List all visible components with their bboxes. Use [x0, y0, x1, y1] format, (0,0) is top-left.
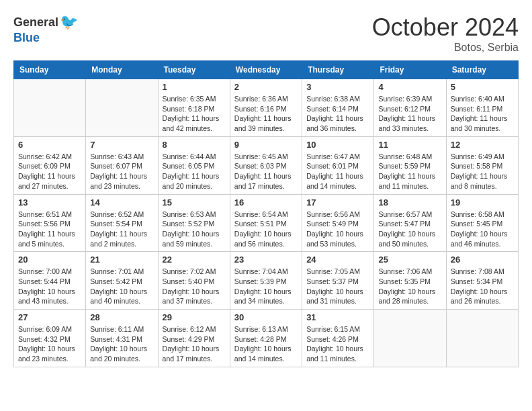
day-number: 21 — [90, 255, 153, 265]
week-row-1: 1Sunrise: 6:35 AM Sunset: 6:18 PM Daylig… — [14, 79, 519, 137]
day-number: 27 — [18, 312, 81, 322]
page-header: General 🐦 Blue October 2024 Botos, Serbi… — [13, 13, 519, 54]
day-info: Sunrise: 6:47 AM Sunset: 6:01 PM Dayligh… — [306, 152, 369, 191]
calendar-cell: 29Sunrise: 6:12 AM Sunset: 4:29 PM Dayli… — [158, 310, 230, 367]
day-info: Sunrise: 6:13 AM Sunset: 4:28 PM Dayligh… — [234, 324, 298, 364]
weekday-header-friday: Friday — [374, 61, 446, 79]
week-row-5: 27Sunrise: 6:09 AM Sunset: 4:32 PM Dayli… — [14, 310, 519, 367]
day-number: 5 — [451, 82, 514, 92]
calendar-cell — [14, 79, 86, 137]
day-info: Sunrise: 6:56 AM Sunset: 5:49 PM Dayligh… — [306, 210, 369, 249]
title-block: October 2024 Botos, Serbia — [372, 13, 519, 54]
calendar-cell: 28Sunrise: 6:11 AM Sunset: 4:31 PM Dayli… — [86, 310, 158, 367]
day-number: 15 — [163, 197, 226, 208]
day-number: 31 — [306, 312, 369, 322]
calendar-cell: 30Sunrise: 6:13 AM Sunset: 4:28 PM Dayli… — [230, 310, 302, 367]
calendar-cell: 13Sunrise: 6:51 AM Sunset: 5:56 PM Dayli… — [14, 194, 86, 252]
day-info: Sunrise: 7:04 AM Sunset: 5:39 PM Dayligh… — [234, 267, 298, 306]
logo: General 🐦 Blue — [13, 13, 78, 45]
day-number: 9 — [234, 140, 298, 150]
calendar-cell: 25Sunrise: 7:06 AM Sunset: 5:35 PM Dayli… — [374, 252, 446, 310]
calendar-cell: 12Sunrise: 6:49 AM Sunset: 5:58 PM Dayli… — [446, 136, 518, 194]
week-row-3: 13Sunrise: 6:51 AM Sunset: 5:56 PM Dayli… — [14, 194, 519, 252]
calendar-cell — [374, 310, 446, 367]
logo-general-text: General — [13, 15, 58, 30]
location-text: Botos, Serbia — [372, 42, 519, 54]
weekday-header-thursday: Thursday — [302, 61, 374, 79]
day-number: 28 — [90, 312, 153, 322]
month-title: October 2024 — [372, 13, 519, 42]
calendar-cell: 31Sunrise: 6:15 AM Sunset: 4:26 PM Dayli… — [302, 310, 374, 367]
calendar-cell: 26Sunrise: 7:08 AM Sunset: 5:34 PM Dayli… — [446, 252, 518, 310]
day-info: Sunrise: 6:57 AM Sunset: 5:47 PM Dayligh… — [378, 210, 441, 249]
calendar-cell: 4Sunrise: 6:39 AM Sunset: 6:12 PM Daylig… — [374, 79, 446, 137]
day-info: Sunrise: 6:51 AM Sunset: 5:56 PM Dayligh… — [18, 210, 81, 249]
calendar-cell — [446, 310, 518, 367]
day-number: 19 — [451, 197, 514, 208]
day-info: Sunrise: 6:09 AM Sunset: 4:32 PM Dayligh… — [18, 324, 81, 364]
day-number: 16 — [234, 197, 298, 208]
day-info: Sunrise: 6:54 AM Sunset: 5:51 PM Dayligh… — [234, 210, 298, 249]
day-info: Sunrise: 6:52 AM Sunset: 5:54 PM Dayligh… — [90, 210, 153, 249]
day-info: Sunrise: 6:36 AM Sunset: 6:16 PM Dayligh… — [234, 94, 298, 134]
calendar-cell: 23Sunrise: 7:04 AM Sunset: 5:39 PM Dayli… — [230, 252, 302, 310]
day-info: Sunrise: 6:45 AM Sunset: 6:03 PM Dayligh… — [234, 152, 298, 191]
day-number: 1 — [163, 82, 226, 92]
day-number: 14 — [90, 197, 153, 208]
day-info: Sunrise: 6:58 AM Sunset: 5:45 PM Dayligh… — [451, 210, 514, 249]
day-number: 2 — [234, 82, 298, 92]
day-info: Sunrise: 7:00 AM Sunset: 5:44 PM Dayligh… — [18, 267, 81, 306]
calendar-cell: 19Sunrise: 6:58 AM Sunset: 5:45 PM Dayli… — [446, 194, 518, 252]
day-info: Sunrise: 6:39 AM Sunset: 6:12 PM Dayligh… — [378, 94, 441, 134]
day-number: 20 — [18, 255, 81, 265]
day-number: 30 — [234, 312, 298, 322]
calendar-table: SundayMondayTuesdayWednesdayThursdayFrid… — [13, 60, 519, 367]
calendar-cell: 7Sunrise: 6:43 AM Sunset: 6:07 PM Daylig… — [86, 136, 158, 194]
day-info: Sunrise: 6:44 AM Sunset: 6:05 PM Dayligh… — [163, 152, 226, 191]
logo-bird-icon: 🐦 — [60, 13, 78, 31]
day-number: 7 — [90, 140, 153, 150]
weekday-header-monday: Monday — [86, 61, 158, 79]
calendar-cell: 27Sunrise: 6:09 AM Sunset: 4:32 PM Dayli… — [14, 310, 86, 367]
day-info: Sunrise: 6:42 AM Sunset: 6:09 PM Dayligh… — [18, 152, 81, 191]
weekday-header-tuesday: Tuesday — [158, 61, 230, 79]
calendar-cell: 15Sunrise: 6:53 AM Sunset: 5:52 PM Dayli… — [158, 194, 230, 252]
day-number: 24 — [306, 255, 369, 265]
day-number: 3 — [306, 82, 369, 92]
day-number: 13 — [18, 197, 81, 208]
calendar-cell: 5Sunrise: 6:40 AM Sunset: 6:11 PM Daylig… — [446, 79, 518, 137]
calendar-cell: 20Sunrise: 7:00 AM Sunset: 5:44 PM Dayli… — [14, 252, 86, 310]
day-number: 10 — [306, 140, 369, 150]
day-info: Sunrise: 7:08 AM Sunset: 5:34 PM Dayligh… — [451, 267, 514, 306]
week-row-4: 20Sunrise: 7:00 AM Sunset: 5:44 PM Dayli… — [14, 252, 519, 310]
day-number: 6 — [18, 140, 81, 150]
day-info: Sunrise: 6:40 AM Sunset: 6:11 PM Dayligh… — [451, 94, 514, 134]
day-info: Sunrise: 6:43 AM Sunset: 6:07 PM Dayligh… — [90, 152, 153, 191]
calendar-cell: 3Sunrise: 6:38 AM Sunset: 6:14 PM Daylig… — [302, 79, 374, 137]
day-info: Sunrise: 6:12 AM Sunset: 4:29 PM Dayligh… — [163, 324, 226, 364]
calendar-cell: 8Sunrise: 6:44 AM Sunset: 6:05 PM Daylig… — [158, 136, 230, 194]
day-number: 12 — [451, 140, 514, 150]
day-number: 4 — [378, 82, 441, 92]
week-row-2: 6Sunrise: 6:42 AM Sunset: 6:09 PM Daylig… — [14, 136, 519, 194]
calendar-cell: 1Sunrise: 6:35 AM Sunset: 6:18 PM Daylig… — [158, 79, 230, 137]
calendar-cell — [86, 79, 158, 137]
day-info: Sunrise: 7:06 AM Sunset: 5:35 PM Dayligh… — [378, 267, 441, 306]
day-info: Sunrise: 6:15 AM Sunset: 4:26 PM Dayligh… — [306, 324, 369, 364]
weekday-header-saturday: Saturday — [446, 61, 518, 79]
day-info: Sunrise: 7:01 AM Sunset: 5:42 PM Dayligh… — [90, 267, 153, 306]
weekday-header-sunday: Sunday — [14, 61, 86, 79]
weekday-header-row: SundayMondayTuesdayWednesdayThursdayFrid… — [14, 61, 519, 79]
day-info: Sunrise: 7:02 AM Sunset: 5:40 PM Dayligh… — [163, 267, 226, 306]
day-number: 29 — [163, 312, 226, 322]
day-number: 26 — [451, 255, 514, 265]
day-info: Sunrise: 6:38 AM Sunset: 6:14 PM Dayligh… — [306, 94, 369, 134]
calendar-cell: 22Sunrise: 7:02 AM Sunset: 5:40 PM Dayli… — [158, 252, 230, 310]
day-number: 17 — [306, 197, 369, 208]
day-info: Sunrise: 7:05 AM Sunset: 5:37 PM Dayligh… — [306, 267, 369, 306]
calendar-cell: 14Sunrise: 6:52 AM Sunset: 5:54 PM Dayli… — [86, 194, 158, 252]
calendar-cell: 16Sunrise: 6:54 AM Sunset: 5:51 PM Dayli… — [230, 194, 302, 252]
calendar-cell: 10Sunrise: 6:47 AM Sunset: 6:01 PM Dayli… — [302, 136, 374, 194]
day-number: 11 — [378, 140, 441, 150]
calendar-cell: 17Sunrise: 6:56 AM Sunset: 5:49 PM Dayli… — [302, 194, 374, 252]
